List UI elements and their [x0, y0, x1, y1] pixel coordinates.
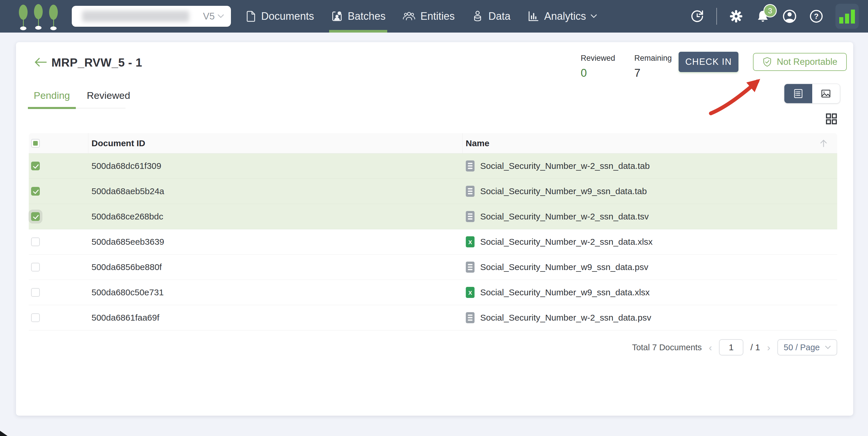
- document-name-cell: Social_Security_Number_w9_ssn_data.psv: [463, 255, 837, 280]
- table-row[interactable]: 500da6861faa69fSocial_Security_Number_w-…: [29, 305, 837, 330]
- image-view-icon: [820, 88, 831, 99]
- document-name-cell: Social_Security_Number_w-2_ssn_data.tab: [463, 153, 837, 178]
- version-dropdown[interactable]: V5: [203, 11, 224, 22]
- row-checkbox[interactable]: [31, 313, 40, 322]
- documents-table: Document ID Name 500da68dc61f309Social_S…: [29, 133, 837, 355]
- nav-label: Analytics: [544, 10, 586, 22]
- column-settings-grid-icon[interactable]: [826, 113, 837, 124]
- row-checkbox[interactable]: [31, 237, 40, 246]
- nav-item-analytics[interactable]: Analytics: [527, 0, 597, 33]
- table-header-row: Document ID Name: [29, 133, 837, 153]
- list-view-button[interactable]: [784, 84, 812, 103]
- nav-item-batches[interactable]: Batches: [331, 0, 385, 33]
- document-name-cell: Social_Security_Number_w9_ssn_data.tab: [463, 179, 837, 204]
- svg-text:X: X: [468, 290, 472, 296]
- data-icon: [471, 10, 484, 22]
- file-text-icon: [466, 161, 475, 172]
- document-id-cell: 500da6861faa69f: [88, 313, 463, 323]
- table-row[interactable]: 500da680c50e731XSocial_Security_Number_w…: [29, 280, 837, 305]
- help-icon[interactable]: ?: [809, 9, 824, 24]
- document-name-label: Social_Security_Number_w-2_ssn_data.psv: [480, 313, 651, 323]
- topbar-actions: 3 ?: [690, 0, 859, 33]
- logo-tree-icon: [32, 4, 45, 30]
- page-size-select[interactable]: 50 / Page: [777, 339, 837, 355]
- table-row[interactable]: 500da68ce268bdcSocial_Security_Number_w-…: [29, 204, 837, 229]
- nav-item-data[interactable]: Data: [471, 0, 510, 33]
- page-size-label: 50 / Page: [784, 343, 820, 352]
- logo-tree-icon: [47, 5, 60, 30]
- stat-reviewed: Reviewed 0: [581, 54, 615, 79]
- entities-icon: [402, 10, 416, 22]
- stat-value: 0: [581, 67, 615, 79]
- page-number-input[interactable]: 1: [719, 339, 743, 355]
- app-logo[interactable]: [17, 3, 60, 30]
- table-row[interactable]: 500da685eeb3639XSocial_Security_Number_w…: [29, 229, 837, 255]
- document-name-cell: Social_Security_Number_w-2_ssn_data.tsv: [463, 204, 837, 229]
- analytics-app-launcher-icon[interactable]: [835, 4, 859, 29]
- pagination-bar: Total 7 Documents ‹ 1 / 1 › 50 / Page: [29, 339, 837, 355]
- image-view-button[interactable]: [812, 84, 840, 103]
- row-checkbox[interactable]: [31, 187, 40, 196]
- not-reportable-button[interactable]: Not Reportable: [753, 53, 847, 71]
- previous-page-icon[interactable]: ‹: [709, 342, 712, 352]
- user-avatar-icon[interactable]: [782, 9, 797, 24]
- nav-item-entities[interactable]: Entities: [402, 0, 455, 33]
- document-id-cell: 500da68dc61f309: [88, 161, 463, 171]
- back-arrow-icon[interactable]: [34, 57, 48, 68]
- nav-label: Batches: [348, 10, 385, 22]
- review-tabs: Pending Reviewed: [28, 86, 125, 109]
- sort-ascending-icon[interactable]: [818, 138, 829, 150]
- select-all-checkbox[interactable]: [31, 139, 40, 148]
- document-icon: [245, 10, 256, 22]
- top-bar: V5 Documents Batches Entities: [0, 0, 868, 33]
- history-icon[interactable]: [690, 9, 705, 24]
- file-text-icon: [466, 262, 475, 273]
- page-count-label: / 1: [750, 342, 760, 352]
- table-row[interactable]: 500da68aeb5b24aSocial_Security_Number_w9…: [29, 179, 837, 204]
- document-id-cell: 500da680c50e731: [88, 288, 463, 297]
- document-id-cell: 500da685eeb3639: [88, 237, 463, 247]
- screen-edge-artifact: [0, 431, 7, 436]
- stat-label: Reviewed: [581, 54, 615, 63]
- check-in-button[interactable]: CHECK IN: [679, 52, 738, 72]
- table-row[interactable]: 500da68dc61f309Social_Security_Number_w-…: [29, 153, 837, 179]
- document-id-cell: 500da68ce268bdc: [88, 212, 463, 222]
- chevron-down-icon: [218, 14, 224, 18]
- document-name-cell: Social_Security_Number_w-2_ssn_data.psv: [463, 305, 837, 330]
- chevron-down-icon: [825, 346, 831, 349]
- next-page-icon[interactable]: ›: [767, 342, 770, 352]
- document-id-cell: 500da68aeb5b24a: [88, 186, 463, 196]
- batch-review-card: MRP_RVW_5 - 1 Reviewed 0 Remaining 7 CHE…: [16, 42, 853, 416]
- file-text-icon: [466, 312, 475, 323]
- tab-pending[interactable]: Pending: [28, 86, 76, 109]
- document-id-cell: 500da6856be880f: [88, 262, 463, 272]
- row-checkbox[interactable]: [31, 263, 40, 271]
- topbar-divider: [716, 8, 717, 25]
- document-name-label: Social_Security_Number_w-2_ssn_data.tsv: [480, 212, 649, 222]
- svg-text:X: X: [468, 239, 472, 245]
- gear-icon[interactable]: [728, 9, 744, 24]
- column-header-document-id: Document ID: [88, 138, 463, 148]
- table-row[interactable]: 500da6856be880fSocial_Security_Number_w9…: [29, 255, 837, 280]
- document-name-label: Social_Security_Number_w9_ssn_data.tab: [480, 186, 647, 196]
- document-name-label: Social_Security_Number_w-2_ssn_data.tab: [480, 161, 650, 171]
- document-name-label: Social_Security_Number_w9_ssn_data.xlsx: [480, 288, 650, 297]
- document-name-cell: XSocial_Security_Number_w-2_ssn_data.xls…: [463, 229, 837, 254]
- column-header-name: Name: [462, 133, 837, 153]
- nav-item-documents[interactable]: Documents: [245, 0, 314, 33]
- document-name-label: Social_Security_Number_w9_ssn_data.psv: [480, 262, 648, 272]
- notifications-bell-icon[interactable]: 3: [755, 9, 770, 24]
- nav-label: Documents: [261, 10, 314, 22]
- row-checkbox[interactable]: [31, 212, 40, 221]
- redacted-search-text: [82, 11, 189, 22]
- stat-remaining: Remaining 7: [634, 54, 672, 79]
- analytics-icon: [527, 10, 539, 22]
- search-input[interactable]: V5: [72, 6, 231, 27]
- tab-reviewed[interactable]: Reviewed: [81, 86, 136, 109]
- file-text-icon: [466, 211, 475, 222]
- chevron-down-icon: [591, 14, 597, 18]
- row-checkbox[interactable]: [31, 288, 40, 297]
- excel-file-icon: X: [466, 287, 475, 298]
- row-checkbox[interactable]: [31, 162, 40, 170]
- stat-value: 7: [634, 67, 672, 79]
